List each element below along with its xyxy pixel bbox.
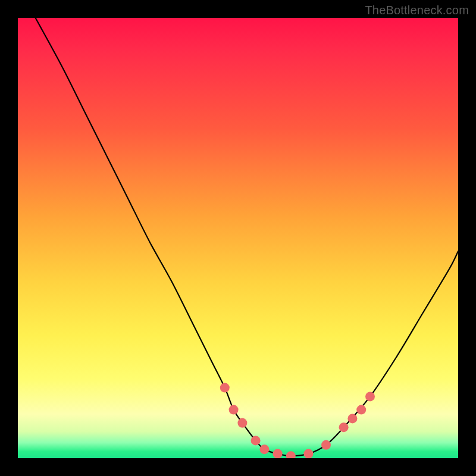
marker-point (273, 449, 283, 458)
marker-point (339, 422, 349, 432)
marker-point (286, 451, 296, 458)
chart-stage: TheBottleneck.com (0, 0, 476, 476)
marker-point (303, 449, 313, 458)
marker-point (229, 405, 239, 415)
highlight-markers (220, 383, 375, 458)
marker-point (259, 444, 269, 454)
marker-point (356, 405, 366, 415)
bottleneck-curve (36, 18, 458, 456)
marker-point (347, 414, 357, 423)
marker-point (251, 436, 261, 445)
attribution-label: TheBottleneck.com (365, 4, 469, 17)
marker-point (321, 440, 331, 450)
marker-point (220, 383, 230, 393)
curve-layer (18, 18, 458, 458)
plot-area (18, 18, 458, 458)
marker-point (365, 392, 375, 401)
marker-point (237, 418, 247, 428)
